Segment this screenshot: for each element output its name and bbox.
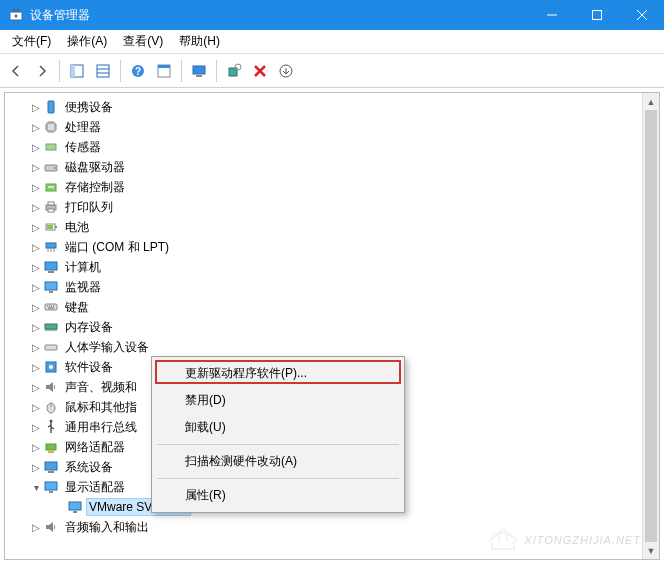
menu-action[interactable]: 操作(A) [59, 30, 115, 53]
expander-icon[interactable]: ▷ [29, 397, 43, 417]
svg-rect-16 [48, 101, 54, 113]
update-button[interactable] [274, 59, 298, 83]
expander-icon[interactable]: ▷ [29, 177, 43, 197]
content-area: ▷便携设备 ▷处理器 ▷传感器 ▷磁盘驱动器 ▷存储控制器 ▷打印队列 ▷电池 … [0, 88, 664, 564]
svg-rect-27 [55, 226, 57, 228]
svg-point-20 [54, 167, 56, 169]
svg-rect-35 [45, 324, 57, 329]
svg-rect-17 [47, 123, 55, 131]
mouse-icon [43, 399, 59, 415]
menu-item-scan[interactable]: 扫描检测硬件改动(A) [155, 448, 401, 475]
svg-rect-22 [48, 186, 54, 188]
svg-rect-12 [196, 75, 202, 77]
svg-point-40 [50, 420, 53, 423]
svg-point-38 [49, 365, 53, 369]
view-list-button[interactable] [91, 59, 115, 83]
help-button[interactable]: ? [126, 59, 150, 83]
expander-icon[interactable]: ▷ [29, 417, 43, 437]
svg-text:?: ? [135, 66, 141, 77]
svg-rect-24 [48, 202, 54, 205]
minimize-button[interactable] [529, 0, 574, 30]
back-button[interactable] [4, 59, 28, 83]
svg-rect-45 [45, 482, 57, 490]
tree-node-storage[interactable]: ▷存储控制器 [5, 177, 642, 197]
display-adapter-icon [67, 499, 83, 515]
menu-file[interactable]: 文件(F) [4, 30, 59, 53]
menu-item-update-driver[interactable]: 更新驱动程序软件(P)... [155, 360, 401, 387]
expander-icon[interactable]: ▷ [29, 337, 43, 357]
tree-node-audioio[interactable]: ▷音频输入和输出 [5, 517, 642, 537]
expander-icon[interactable]: ▷ [29, 197, 43, 217]
tree-node-sensor[interactable]: ▷传感器 [5, 137, 642, 157]
svg-rect-36 [45, 345, 57, 350]
svg-rect-5 [71, 65, 75, 77]
memory-icon [43, 319, 59, 335]
svg-rect-18 [46, 144, 56, 150]
system-icon [43, 459, 59, 475]
menu-separator [157, 478, 399, 479]
expander-icon[interactable]: ▷ [29, 257, 43, 277]
svg-rect-1 [12, 9, 20, 12]
printer-icon [43, 199, 59, 215]
expander-icon[interactable]: ▷ [29, 237, 43, 257]
expander-icon[interactable]: ▷ [29, 357, 43, 377]
tree-node-computer[interactable]: ▷计算机 [5, 257, 642, 277]
tree-node-keyboard[interactable]: ▷键盘 [5, 297, 642, 317]
menu-item-disable[interactable]: 禁用(D) [155, 387, 401, 414]
tree-node-printqueue[interactable]: ▷打印队列 [5, 197, 642, 217]
expander-icon[interactable]: ▷ [29, 217, 43, 237]
tree-node-hid[interactable]: ▷人体学输入设备 [5, 337, 642, 357]
svg-rect-6 [97, 65, 109, 77]
expander-icon[interactable]: ▷ [29, 97, 43, 117]
tree-node-disk[interactable]: ▷磁盘驱动器 [5, 157, 642, 177]
expander-icon[interactable]: ▷ [29, 377, 43, 397]
sensor-icon [43, 139, 59, 155]
forward-button[interactable] [30, 59, 54, 83]
tree-node-processor[interactable]: ▷处理器 [5, 117, 642, 137]
tree-node-monitor[interactable]: ▷监视器 [5, 277, 642, 297]
scroll-down-icon[interactable]: ▼ [643, 542, 659, 559]
device-icon [43, 99, 59, 115]
view-detail-button[interactable] [65, 59, 89, 83]
scan-hardware-button[interactable] [222, 59, 246, 83]
tree-node-portable[interactable]: ▷便携设备 [5, 97, 642, 117]
svg-rect-30 [45, 262, 57, 270]
menu-item-properties[interactable]: 属性(R) [155, 482, 401, 509]
tree-node-ports[interactable]: ▷端口 (COM 和 LPT) [5, 237, 642, 257]
network-icon [43, 439, 59, 455]
expander-icon[interactable]: ▾ [29, 477, 43, 497]
expander-icon[interactable]: ▷ [29, 517, 43, 537]
keyboard-icon [43, 299, 59, 315]
maximize-button[interactable] [574, 0, 619, 30]
expander-icon[interactable]: ▷ [29, 117, 43, 137]
speaker-icon [43, 519, 59, 535]
expander-icon[interactable]: ▷ [29, 157, 43, 177]
menu-help[interactable]: 帮助(H) [171, 30, 228, 53]
expander-icon[interactable]: ▷ [29, 277, 43, 297]
close-button[interactable] [619, 0, 664, 30]
menu-view[interactable]: 查看(V) [115, 30, 171, 53]
expander-icon[interactable]: ▷ [29, 457, 43, 477]
scroll-thumb[interactable] [645, 110, 657, 542]
tree-node-battery[interactable]: ▷电池 [5, 217, 642, 237]
vertical-scrollbar[interactable]: ▲ ▼ [642, 93, 659, 559]
computer-button[interactable] [187, 59, 211, 83]
expander-icon[interactable]: ▷ [29, 317, 43, 337]
tree-node-memory[interactable]: ▷内存设备 [5, 317, 642, 337]
svg-rect-31 [48, 271, 54, 273]
remove-button[interactable] [248, 59, 272, 83]
svg-rect-42 [48, 451, 54, 453]
scroll-up-icon[interactable]: ▲ [643, 93, 659, 110]
svg-point-2 [15, 15, 18, 18]
expander-icon[interactable]: ▷ [29, 297, 43, 317]
expander-icon[interactable]: ▷ [29, 437, 43, 457]
svg-rect-11 [193, 66, 205, 74]
usb-icon [43, 419, 59, 435]
storage-icon [43, 179, 59, 195]
monitor-icon [43, 279, 59, 295]
svg-rect-44 [48, 471, 54, 473]
properties-button[interactable] [152, 59, 176, 83]
svg-rect-29 [46, 243, 56, 248]
menu-item-uninstall[interactable]: 卸载(U) [155, 414, 401, 441]
expander-icon[interactable]: ▷ [29, 137, 43, 157]
